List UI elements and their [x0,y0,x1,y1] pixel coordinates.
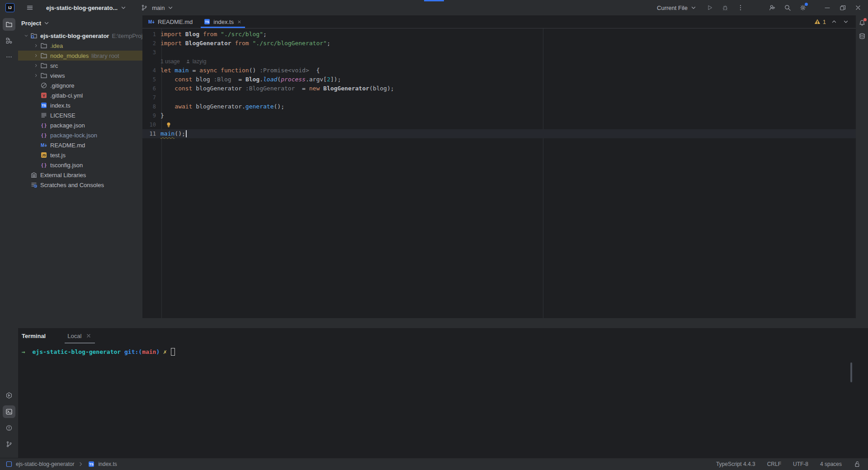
tree-item-index.ts[interactable]: TSindex.ts [18,100,142,110]
code-line-8[interactable]: 8 await blogGenerator.generate(); [142,102,856,111]
tree-item-license[interactable]: LICENSE [18,110,142,120]
tree-item-package-lock.json[interactable]: { }package-lock.json [18,130,142,140]
terminal-scrollbar[interactable] [850,362,852,382]
code-line-11[interactable]: 11main(); [142,129,856,138]
project-selector[interactable]: ejs-static-blog-generato... [43,2,130,13]
tool-strip-services-button[interactable] [3,389,15,402]
branch-selector[interactable]: main [136,0,177,15]
status-crlf[interactable]: CRLF [767,461,781,467]
status-4-spaces[interactable]: 4 spaces [820,461,842,467]
minimize-button[interactable] [822,2,833,13]
settings-button[interactable] [797,2,808,13]
code-line-7[interactable]: 7 [142,93,856,102]
git-branch-icon [139,2,150,13]
code-token: async [199,66,217,75]
search-everywhere-icon[interactable] [782,2,793,13]
code-token: } [160,111,164,120]
tree-item-suffix: library root [91,52,119,59]
chevron-down-icon [43,19,50,27]
breadcrumb-file[interactable]: index.ts [98,461,117,467]
svg-text:JS: JS [42,153,46,157]
typescript-icon: TS [40,102,47,109]
tab-label: index.ts [213,19,234,25]
code-editor[interactable]: 1import Blog from "./src/blog";2import B… [142,28,856,318]
status-breadcrumb[interactable]: ejs-static-blog-generator TS index.ts [0,461,117,468]
tree-item-views[interactable]: views [18,70,142,80]
tool-strip-terminal-button[interactable] [3,405,15,418]
tree-item-src[interactable]: src [18,61,142,70]
tree-item-node-modules[interactable]: node_moduleslibrary root [18,51,142,61]
tree-item-label: node_modules [50,52,89,59]
code-line-3[interactable]: 3 [142,48,856,57]
notifications-button[interactable] [859,19,866,26]
line-number [142,57,159,66]
run-config-label: Current File [657,5,688,11]
code-token [231,39,235,48]
prompt-text [160,348,163,355]
code-token [199,30,203,39]
code-line-6[interactable]: 6 const blogGenerator :BlogGenerator = n… [142,84,856,93]
tool-strip-project-button[interactable] [3,18,15,31]
code-token: blog [192,75,213,84]
chevron-down-icon[interactable] [22,33,30,38]
tree-item-.idea[interactable]: .idea [18,41,142,51]
chevron-right-icon[interactable] [32,53,40,58]
debug-button[interactable] [720,2,731,13]
main-menu-icon[interactable] [24,2,35,13]
tree-item-.gitignore[interactable]: .gitignore [18,80,142,90]
terminal-tab-local[interactable]: Local [65,328,95,343]
tab-readme.md[interactable]: MREADME.md [142,15,198,28]
breadcrumb-module[interactable]: ejs-static-blog-generator [16,461,74,467]
chevron-right-icon[interactable] [32,73,40,78]
terminal-prompt[interactable]: → ejs-static-blog-generator git:(main) ✗ [22,348,868,356]
status-utf-8[interactable]: UTF-8 [793,461,808,467]
tree-item-external-libraries[interactable]: External Libraries [18,170,142,180]
editor-bottom-strip [142,318,856,328]
run-button[interactable] [704,2,715,13]
tree-item-.gitlab-ci.yml[interactable]: Y.gitlab-ci.yml [18,90,142,100]
tool-strip-git-button[interactable] [3,438,15,451]
chevron-right-icon[interactable] [32,43,40,48]
usages-hint[interactable]: 1 usage [160,57,180,66]
code-line-1[interactable]: 1import Blog from "./src/blog"; [142,30,856,39]
code-with-me-icon[interactable] [767,2,778,13]
project-panel-header[interactable]: Project [18,15,142,31]
tree-item-readme.md[interactable]: MREADME.md [18,140,142,150]
svg-text:{ }: { } [41,132,46,138]
close-icon[interactable] [236,19,242,25]
tree-item-package.json[interactable]: { }package.json [18,120,142,130]
author-hint[interactable]: lazyig [193,57,207,66]
tab-index.ts[interactable]: TSindex.ts [198,15,248,28]
tree-item-tsconfig.json[interactable]: { }tsconfig.json [18,160,142,170]
folder-tool-icon [5,21,13,28]
line-number: 5 [142,75,159,84]
run-configuration-selector[interactable]: Current File [654,2,700,13]
code-hint-line[interactable]: 1 usagelazyig [142,57,856,66]
next-problem-icon[interactable] [842,18,849,25]
close-button[interactable] [853,2,863,13]
intention-lightbulb-icon[interactable] [165,121,172,128]
restore-button[interactable] [837,2,848,13]
code-token: main [160,129,175,138]
close-icon[interactable] [85,332,92,339]
code-line-9[interactable]: 9} [142,111,856,120]
tool-strip-structure-button[interactable] [3,34,15,47]
lock-open-icon[interactable] [854,461,861,468]
tree-item-test.js[interactable]: JStest.js [18,150,142,160]
status-typescript-4-4-3[interactable]: TypeScript 4.4.3 [716,461,755,467]
tool-strip-problems-button[interactable] [3,422,15,434]
code-line-5[interactable]: 5 const blog :Blog = Blog.load(process.a… [142,75,856,84]
more-actions-icon[interactable] [735,2,746,13]
inspections-widget[interactable]: 1 [814,18,826,25]
chevron-right-icon[interactable] [32,63,40,68]
database-tool-icon[interactable] [859,33,866,40]
prev-problem-icon[interactable] [830,18,838,25]
code-token: BlogGenerator [323,84,369,93]
code-line-4[interactable]: 4let main = async function() :Promise<vo… [142,66,856,75]
tool-strip-more-tool-windows-button[interactable] [3,51,15,63]
code-token: let [160,66,171,75]
code-line-10[interactable]: 10 [142,120,856,129]
tree-item-ejs-static-blog-generator[interactable]: ejs-static-blog-generatorE:\tempProjec [18,31,142,41]
tree-item-scratches-and-consoles[interactable]: Scratches and Consoles [18,180,142,190]
code-line-2[interactable]: 2import BlogGenerator from "./src/blogGe… [142,39,856,48]
